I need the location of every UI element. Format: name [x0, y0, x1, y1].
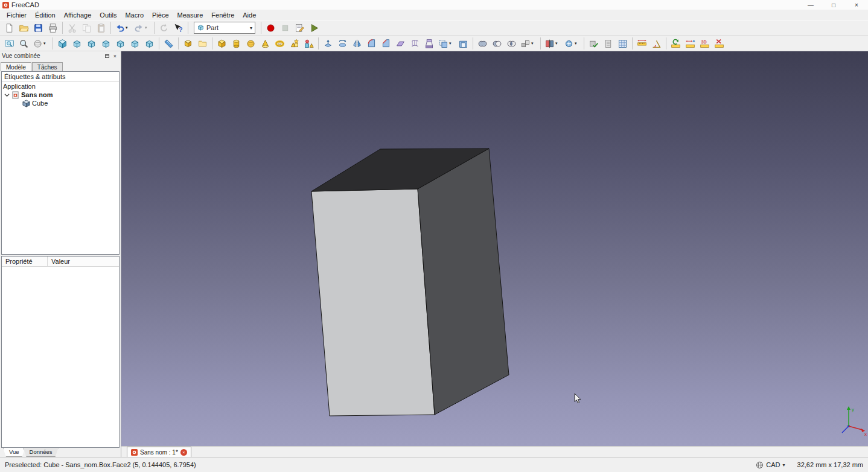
minimize-button[interactable]: — [799, 0, 822, 10]
close-tab-icon[interactable]: × [180, 449, 187, 456]
thickness-icon[interactable] [456, 37, 470, 51]
split-tools-icon[interactable]: ▾ [543, 37, 562, 51]
mirror-icon[interactable] [350, 37, 364, 51]
close-panel-icon[interactable]: × [111, 53, 119, 59]
sphere-primitive-icon[interactable] [244, 37, 258, 51]
cube-right-face[interactable] [418, 148, 509, 415]
3d-scene[interactable]: y x [121, 51, 868, 446]
create-part-icon[interactable] [181, 37, 195, 51]
tree-root-application[interactable]: Application [2, 82, 119, 91]
shape-builder-icon[interactable] [302, 37, 316, 51]
defeaturing-icon[interactable] [601, 37, 615, 51]
chevron-down-icon[interactable] [4, 92, 10, 98]
open-file-icon[interactable] [17, 21, 31, 35]
toggle-all-measurements-icon[interactable] [683, 37, 697, 51]
offset-icon[interactable]: ▾ [437, 37, 456, 51]
document-tab[interactable]: Sans nom : 1* × [127, 447, 191, 457]
clear-measurements-icon[interactable] [712, 37, 726, 51]
tab-modele[interactable]: Modèle [1, 62, 31, 71]
workbench-selector[interactable]: Part▾ [194, 22, 255, 34]
toggle-3d-measurements-icon[interactable]: 3D [698, 37, 712, 51]
menu-outils[interactable]: Outils [95, 11, 121, 19]
cut-icon[interactable] [65, 21, 79, 35]
extrude-icon[interactable] [321, 37, 335, 51]
make-face-icon[interactable] [394, 37, 407, 51]
measure-refresh-icon[interactable] [669, 37, 683, 51]
bottom-view-icon[interactable] [128, 37, 142, 51]
save-icon[interactable] [31, 21, 45, 35]
chamfer-icon[interactable] [379, 37, 393, 51]
tree-header: Étiquettes & attributs [2, 72, 119, 82]
create-group-icon[interactable] [196, 37, 209, 51]
axis-indicator: y x [842, 406, 867, 437]
tab-vue[interactable]: Vue [3, 448, 25, 457]
paste-icon[interactable] [94, 21, 108, 35]
macro-edit-icon[interactable] [293, 21, 307, 35]
navigation-style-selector[interactable]: CAD [766, 461, 780, 468]
measure-distance-icon[interactable] [162, 37, 176, 51]
boolean-common-icon[interactable] [505, 37, 519, 51]
refresh-icon[interactable] [157, 21, 171, 35]
cone-primitive-icon[interactable] [258, 37, 272, 51]
close-button[interactable]: × [845, 0, 868, 10]
cross-sections-icon[interactable] [616, 37, 630, 51]
toolbar-separator [159, 37, 159, 49]
mouse-cursor [575, 394, 581, 403]
loft-icon[interactable] [423, 37, 436, 51]
float-panel-icon[interactable] [103, 53, 111, 59]
tree-item-cube[interactable]: Cube [2, 99, 119, 107]
axonometric-view-icon[interactable] [56, 37, 69, 51]
3d-viewport[interactable]: y x [121, 51, 868, 446]
chevron-down-icon[interactable]: ▾ [783, 462, 785, 468]
chevron-down-icon: ▾ [43, 41, 46, 46]
tab-donnees[interactable]: Données [24, 448, 59, 457]
box-primitive-icon[interactable] [215, 37, 229, 51]
toolbar-separator [584, 37, 584, 49]
create-primitives-icon[interactable] [287, 37, 301, 51]
macro-record-icon[interactable] [264, 21, 278, 35]
measure-linear-icon[interactable] [635, 37, 649, 51]
revolve-icon[interactable] [336, 37, 349, 51]
draw-style-icon[interactable]: ▾ [31, 37, 50, 51]
torus-primitive-icon[interactable] [273, 37, 287, 51]
undo-icon[interactable]: ▾ [113, 21, 132, 35]
measure-angular-icon[interactable] [649, 37, 663, 51]
boolean-cut-icon[interactable] [490, 37, 504, 51]
compound-tools-icon[interactable]: ▾ [519, 37, 538, 51]
ruled-surface-icon[interactable] [408, 37, 422, 51]
cube-front-face[interactable] [311, 189, 435, 416]
boolean-icon[interactable] [476, 37, 490, 51]
menu-measure[interactable]: Measure [173, 11, 208, 19]
menu-aide[interactable]: Aide [238, 11, 260, 19]
zoom-icon[interactable] [17, 37, 31, 51]
maximize-button[interactable]: □ [822, 0, 845, 10]
document-tab-bar: Sans nom : 1* × [121, 446, 868, 457]
right-view-icon[interactable] [99, 37, 113, 51]
menu-piece[interactable]: Pièce [148, 11, 173, 19]
print-icon[interactable] [46, 21, 60, 35]
redo-icon[interactable]: ▾ [133, 21, 152, 35]
menu-fichier[interactable]: Fichier [2, 11, 31, 19]
whats-this-icon[interactable]: ? [171, 21, 185, 35]
copy-icon[interactable] [80, 21, 94, 35]
menu-macro[interactable]: Macro [121, 11, 148, 19]
join-tools-icon[interactable]: ▾ [563, 37, 581, 51]
document-tab-label: Sans nom : 1* [140, 449, 178, 456]
fit-all-icon[interactable] [2, 37, 16, 51]
new-file-icon[interactable] [2, 21, 16, 35]
left-view-icon[interactable] [142, 37, 156, 51]
menu-fenetre[interactable]: Fenêtre [207, 11, 238, 19]
tree-item-document[interactable]: Sans nom [2, 91, 119, 99]
check-geometry-icon[interactable] [587, 37, 601, 51]
front-view-icon[interactable] [70, 37, 84, 51]
tab-taches[interactable]: Tâches [32, 62, 63, 71]
menu-affichage[interactable]: Affichage [60, 11, 96, 19]
macro-stop-icon[interactable] [278, 21, 292, 35]
freecad-logo-icon [2, 2, 9, 8]
macro-execute-icon[interactable] [307, 21, 321, 35]
menu-edition[interactable]: Édition [31, 11, 60, 19]
top-view-icon[interactable] [85, 37, 98, 51]
cylinder-primitive-icon[interactable] [229, 37, 243, 51]
rear-view-icon[interactable] [113, 37, 127, 51]
fillet-icon[interactable] [365, 37, 378, 51]
